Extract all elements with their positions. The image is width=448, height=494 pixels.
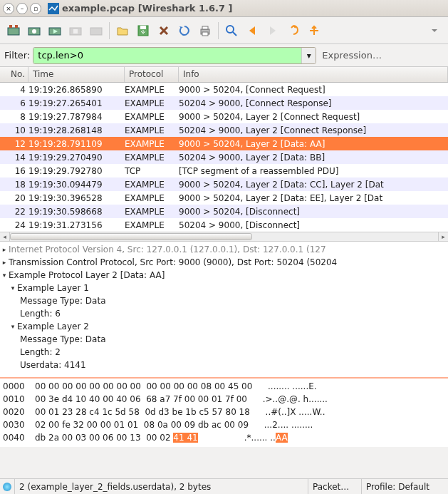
find-icon[interactable]: [222, 21, 241, 40]
packet-details[interactable]: ▸Internet Protocol Version 4, Src: 127.0…: [0, 242, 448, 377]
print-icon[interactable]: [196, 21, 214, 40]
maximize-icon[interactable]: ▫: [30, 3, 41, 14]
cell-info: 9000 > 50204, [Disconnect]: [179, 207, 448, 217]
status-profile[interactable]: Profile: Default: [361, 479, 445, 494]
col-no[interactable]: No.: [0, 67, 28, 82]
svg-rect-8: [73, 29, 78, 34]
table-row[interactable]: 2419:19:31.273156EXAMPLE50204 > 9000, [D…: [0, 218, 448, 232]
scroll-left-icon[interactable]: ◂: [0, 232, 10, 241]
cell-no: 24: [0, 220, 28, 230]
cell-protocol: EXAMPLE: [125, 193, 179, 203]
col-time[interactable]: Time: [28, 67, 125, 82]
expression-button[interactable]: Expression…: [322, 50, 382, 61]
table-row[interactable]: 1019:19:28.268148EXAMPLE50204 > 9000, La…: [0, 123, 448, 137]
cell-protocol: TCP: [125, 166, 179, 176]
separator: [109, 22, 110, 39]
cell-info: 9000 > 50204, [Connect Request]: [179, 85, 448, 95]
table-row[interactable]: 619:19:27.265401EXAMPLE50204 > 9000, [Co…: [0, 96, 448, 110]
forward-icon[interactable]: [264, 21, 282, 40]
cell-time: 19:19:29.792780: [28, 166, 125, 176]
cell-protocol: EXAMPLE: [125, 125, 179, 135]
cell-time: 19:19:28.791109: [28, 139, 125, 149]
restart-capture-icon[interactable]: [87, 21, 105, 40]
toolbar: [0, 17, 448, 44]
titlebar: × – ▫ example.pcap [Wireshark 1.6.7 ]: [0, 0, 448, 17]
expert-info-icon[interactable]: [3, 483, 11, 491]
tree-leaf[interactable]: Length: 2: [0, 346, 448, 359]
close-file-icon[interactable]: [155, 21, 173, 40]
table-row[interactable]: 2019:19:30.396528EXAMPLE9000 > 50204, La…: [0, 191, 448, 205]
cell-no: 4: [0, 85, 28, 95]
cell-time: 19:19:30.396528: [28, 193, 125, 203]
cell-info: 9000 > 50204, Layer 2 [Connect Request]: [179, 112, 448, 122]
minimize-icon[interactable]: –: [16, 3, 28, 14]
tree-node[interactable]: ▸Internet Protocol Version 4, Src: 127.0…: [0, 243, 448, 256]
save-icon[interactable]: [134, 21, 152, 40]
tree-leaf[interactable]: Message Type: Data: [0, 333, 448, 346]
packet-list[interactable]: 419:19:26.865890EXAMPLE9000 > 50204, [Co…: [0, 83, 448, 232]
open-icon[interactable]: [113, 21, 132, 40]
filter-dropdown-icon[interactable]: ▾: [301, 48, 316, 63]
table-row[interactable]: 1819:19:30.094479EXAMPLE9000 > 50204, La…: [0, 177, 448, 191]
cell-no: 12: [0, 139, 28, 149]
col-info[interactable]: Info: [179, 67, 448, 82]
cell-no: 10: [0, 125, 28, 135]
cell-no: 8: [0, 112, 28, 122]
status-packets[interactable]: Packet…: [308, 479, 361, 494]
expand-icon[interactable]: ▸: [0, 259, 9, 266]
collapse-icon[interactable]: ▾: [9, 284, 17, 292]
window-title: example.pcap [Wireshark 1.6.7 ]: [62, 3, 232, 14]
packet-list-scrollbar[interactable]: ◂ ▸: [0, 232, 448, 242]
app-icon: [48, 3, 59, 14]
collapse-icon[interactable]: ▾: [0, 272, 9, 279]
tree-node[interactable]: ▸Transmission Control Protocol, Src Port…: [0, 256, 448, 269]
collapse-icon[interactable]: ▾: [9, 323, 17, 330]
menu-overflow-icon[interactable]: [425, 21, 444, 40]
cell-time: 19:19:28.268148: [28, 125, 125, 135]
scroll-thumb[interactable]: [10, 233, 252, 240]
back-icon[interactable]: [243, 21, 261, 40]
cell-no: 18: [0, 180, 28, 190]
col-protocol[interactable]: Protocol: [125, 67, 179, 82]
packet-bytes[interactable]: 0000 00 00 00 00 00 00 00 00 00 00 00 00…: [0, 379, 448, 447]
cell-no: 20: [0, 193, 28, 203]
cell-info: 50204 > 9000, [Disconnect]: [179, 220, 448, 230]
tree-leaf[interactable]: Length: 6: [0, 307, 448, 320]
table-row[interactable]: 1219:19:28.791109EXAMPLE9000 > 50204, La…: [0, 137, 448, 150]
cell-info: 50204 > 9000, [Connect Response]: [179, 98, 448, 108]
cell-info: 50204 > 9000, Layer 2 [Data: BB]: [179, 153, 448, 163]
svg-rect-13: [202, 26, 208, 29]
table-row[interactable]: 1419:19:29.270490EXAMPLE50204 > 9000, La…: [0, 150, 448, 164]
filter-input[interactable]: [33, 48, 301, 63]
close-icon[interactable]: ×: [3, 3, 14, 14]
packet-list-header: No. Time Protocol Info: [0, 67, 448, 83]
cell-protocol: EXAMPLE: [125, 207, 179, 217]
cell-time: 19:19:27.787984: [28, 112, 125, 122]
stop-capture-icon[interactable]: [66, 21, 85, 40]
tree-node[interactable]: ▾Example Layer 1: [0, 282, 448, 294]
goto-first-icon[interactable]: [305, 21, 323, 40]
tree-node[interactable]: ▾Example Protocol Layer 2 [Data: AA]: [0, 269, 448, 282]
interfaces-icon[interactable]: [4, 21, 23, 40]
reload-icon[interactable]: [175, 21, 194, 40]
start-capture-icon[interactable]: [46, 21, 64, 40]
cell-protocol: EXAMPLE: [125, 153, 179, 163]
cell-info: 9000 > 50204, Layer 2 [Data: EE], Layer …: [179, 193, 448, 203]
tree-leaf[interactable]: Userdata: 4141: [0, 359, 448, 371]
cell-no: 22: [0, 207, 28, 217]
table-row[interactable]: 1619:19:29.792780TCP[TCP segment of a re…: [0, 164, 448, 177]
cell-no: 14: [0, 153, 28, 163]
tree-node[interactable]: ▾Example Layer 2: [0, 320, 448, 333]
jump-icon[interactable]: [284, 21, 303, 40]
expand-icon[interactable]: ▸: [0, 246, 9, 253]
svg-rect-9: [90, 28, 102, 35]
table-row[interactable]: 2219:19:30.598668EXAMPLE9000 > 50204, [D…: [0, 205, 448, 218]
selected-ascii: AA: [276, 433, 288, 443]
scroll-right-icon[interactable]: ▸: [438, 232, 448, 241]
options-icon[interactable]: [25, 21, 43, 40]
table-row[interactable]: 419:19:26.865890EXAMPLE9000 > 50204, [Co…: [0, 83, 448, 96]
table-row[interactable]: 819:19:27.787984EXAMPLE9000 > 50204, Lay…: [0, 110, 448, 123]
tree-leaf[interactable]: Message Type: Data: [0, 294, 448, 307]
filter-label: Filter:: [4, 50, 30, 61]
cell-protocol: EXAMPLE: [125, 139, 179, 149]
